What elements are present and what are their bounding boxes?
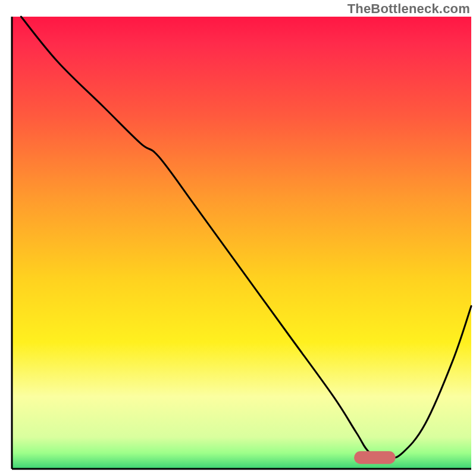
bottleneck-chart: TheBottleneck.com bbox=[0, 0, 476, 476]
optimal-marker bbox=[354, 451, 395, 464]
watermark-text: TheBottleneck.com bbox=[347, 1, 470, 17]
plot-svg bbox=[0, 0, 476, 476]
